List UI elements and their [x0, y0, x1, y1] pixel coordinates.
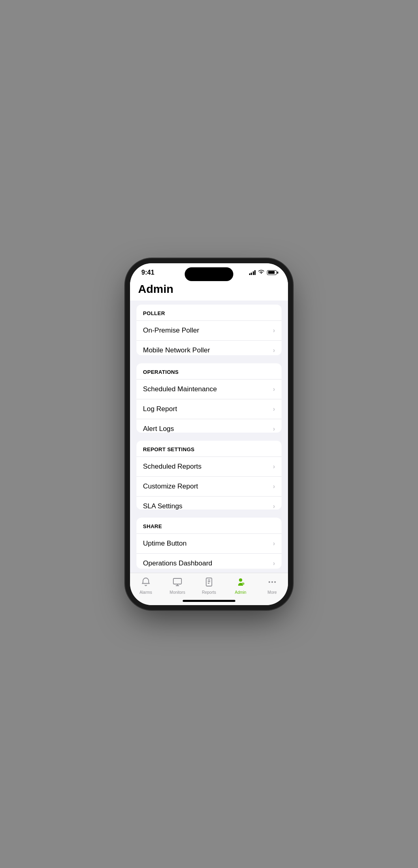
svg-point-4 [269, 581, 270, 583]
chevron-right-icon: › [273, 405, 275, 413]
signal-icon [249, 270, 256, 275]
menu-item-label-operations-dashboard: Operations Dashboard [143, 559, 212, 567]
menu-item-log-report[interactable]: Log Report› [136, 399, 282, 419]
menu-item-label-alert-logs: Alert Logs [143, 425, 174, 432]
section-title-operations: OPERATIONS [136, 363, 282, 379]
section-card-operations: OPERATIONSScheduled Maintenance›Log Repo… [136, 363, 282, 432]
menu-item-operations-dashboard[interactable]: Operations Dashboard› [136, 553, 282, 569]
home-bar [183, 600, 235, 602]
menu-item-scheduled-maintenance[interactable]: Scheduled Maintenance› [136, 379, 282, 399]
section-title-poller: POLLER [136, 305, 282, 320]
tab-item-admin[interactable]: Admin [228, 577, 253, 595]
section-title-share: SHARE [136, 518, 282, 533]
section-card-report-settings: REPORT SETTINGSScheduled Reports›Customi… [136, 441, 282, 510]
home-indicator [130, 597, 288, 605]
menu-item-scheduled-reports[interactable]: Scheduled Reports› [136, 456, 282, 476]
svg-rect-1 [206, 578, 212, 586]
menu-item-on-premise-poller[interactable]: On-Premise Poller› [136, 320, 282, 340]
page-title: Admin [138, 283, 280, 296]
menu-item-alert-logs[interactable]: Alert Logs› [136, 419, 282, 432]
menu-item-uptime-button[interactable]: Uptime Button› [136, 533, 282, 553]
chevron-right-icon: › [273, 347, 275, 354]
menu-item-label-on-premise-poller: On-Premise Poller [143, 326, 199, 335]
menu-item-label-log-report: Log Report [143, 405, 177, 413]
status-time: 9:41 [141, 269, 154, 276]
tab-icon-admin [236, 577, 245, 589]
chevron-right-icon: › [273, 463, 275, 470]
tab-item-alarms[interactable]: Alarms [134, 577, 158, 595]
menu-item-label-mobile-network-poller: Mobile Network Poller [143, 346, 210, 354]
tab-label-more: More [268, 590, 277, 595]
battery-icon [267, 270, 277, 275]
svg-point-2 [239, 578, 242, 582]
status-icons [249, 269, 277, 275]
chevron-right-icon: › [273, 386, 275, 393]
tab-item-more[interactable]: More [260, 577, 284, 595]
scroll-content[interactable]: POLLEROn-Premise Poller›Mobile Network P… [130, 301, 288, 573]
tab-label-alarms: Alarms [139, 590, 152, 595]
chevron-right-icon: › [273, 483, 275, 490]
chevron-right-icon: › [273, 560, 275, 567]
tab-label-admin: Admin [235, 590, 246, 595]
svg-point-6 [274, 581, 276, 583]
menu-item-mobile-network-poller[interactable]: Mobile Network Poller› [136, 340, 282, 356]
menu-item-sla-settings[interactable]: SLA Settings› [136, 496, 282, 510]
dynamic-island [185, 267, 233, 281]
phone-frame: 9:41 Admin POLLE [130, 263, 288, 605]
menu-item-label-scheduled-reports: Scheduled Reports [143, 463, 202, 471]
page-header: Admin [130, 279, 288, 301]
tab-item-reports[interactable]: Reports [197, 577, 221, 595]
tab-label-reports: Reports [202, 590, 216, 595]
section-card-share: SHAREUptime Button›Operations Dashboard› [136, 518, 282, 569]
tab-icon-alarms [141, 577, 151, 589]
tab-label-monitors: Monitors [170, 590, 185, 595]
chevron-right-icon: › [273, 503, 275, 510]
menu-item-label-customize-report: Customize Report [143, 482, 198, 491]
tab-icon-monitors [173, 577, 182, 589]
chevron-right-icon: › [273, 425, 275, 432]
section-title-report-settings: REPORT SETTINGS [136, 441, 282, 456]
wifi-icon [258, 269, 264, 275]
tab-icon-reports [204, 577, 214, 589]
chevron-right-icon: › [273, 327, 275, 334]
status-bar: 9:41 [130, 263, 288, 279]
svg-rect-0 [173, 578, 181, 584]
tab-icon-more [267, 577, 277, 589]
tab-bar: Alarms Monitors Reports Admin More [130, 573, 288, 597]
menu-item-customize-report[interactable]: Customize Report› [136, 476, 282, 496]
menu-item-label-uptime-button: Uptime Button [143, 540, 187, 548]
tab-item-monitors[interactable]: Monitors [165, 577, 190, 595]
menu-item-label-scheduled-maintenance: Scheduled Maintenance [143, 385, 217, 393]
chevron-right-icon: › [273, 540, 275, 547]
section-card-poller: POLLEROn-Premise Poller›Mobile Network P… [136, 305, 282, 356]
svg-point-5 [271, 581, 273, 583]
menu-item-label-sla-settings: SLA Settings [143, 502, 182, 510]
